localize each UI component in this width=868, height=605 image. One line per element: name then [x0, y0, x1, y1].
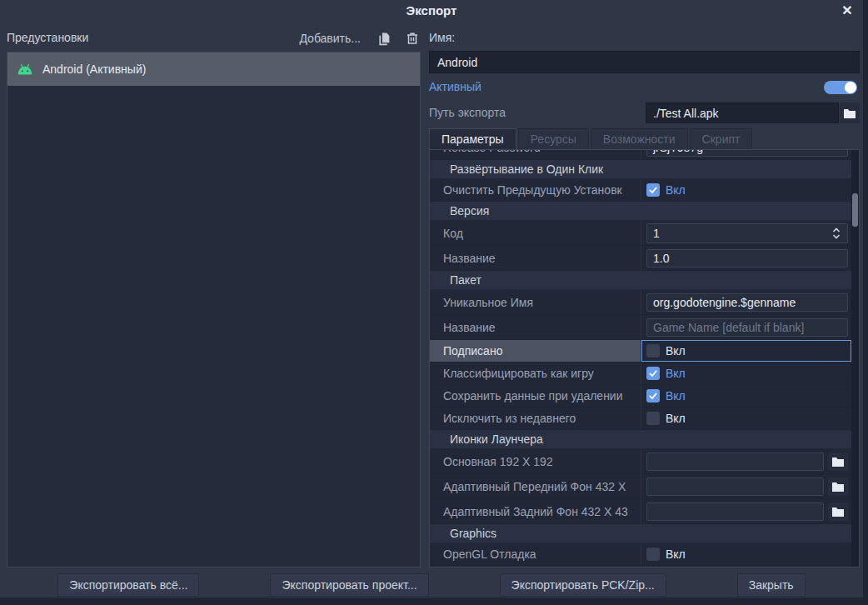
options-scrollbar[interactable] [851, 150, 859, 567]
copy-icon [377, 32, 392, 46]
text-input[interactable]: org.godotengine.$genname [646, 293, 848, 312]
property-value: 1 [641, 221, 851, 245]
export-dialog: Экспорт ✕ Предустановки Добавить... Andr… [0, 0, 863, 598]
text-input-placeholder: Game Name [default if blank] [653, 321, 804, 334]
close-button[interactable]: Закрыть [737, 573, 806, 597]
duplicate-preset-button[interactable] [376, 30, 392, 47]
preset-item[interactable]: Android (Активный) [7, 52, 420, 86]
property-label-text: Основная 192 X 192 [443, 455, 553, 468]
options-rows: Release PasswordjrSjT987gРазвёртывание в… [430, 150, 851, 566]
checkbox-unchecked[interactable] [646, 344, 660, 358]
export-all-button[interactable]: Экспортировать всё... [57, 573, 199, 597]
tab-параметры[interactable]: Параметры [429, 128, 516, 149]
property-value: Вкл [641, 179, 851, 201]
property-label-text: Сохранить данные при удалении [443, 389, 623, 402]
close-icon[interactable]: ✕ [839, 2, 856, 19]
file-path-input[interactable] [646, 478, 824, 496]
property-label[interactable]: Сохранить данные при удалении [430, 385, 641, 407]
property-row: Сохранить данные при удаленииВкл [430, 385, 851, 408]
property-label[interactable]: Адаптивный Передний Фон 432 X [430, 474, 641, 498]
property-value: Вкл [641, 362, 851, 384]
text-input-value: org.godotengine.$genname [653, 296, 796, 309]
checkbox-label: Вкл [666, 367, 686, 380]
category-row[interactable]: Пакет [430, 271, 851, 290]
export-pck-zip-button[interactable]: Экспортировать PCK/Zip... [500, 573, 666, 597]
property-label-text: Код [443, 227, 463, 240]
delete-preset-button[interactable] [404, 30, 421, 47]
tab-скрипт[interactable]: Скрипт [690, 128, 753, 149]
runnable-row: Активный [429, 78, 860, 97]
check-icon [648, 391, 658, 401]
property-label-text: OpenGL Отладка [443, 548, 536, 561]
text-input[interactable]: Game Name [default if blank] [646, 318, 848, 337]
spinbox-input[interactable]: 1 [646, 223, 848, 243]
property-label[interactable]: Классифицировать как игру [430, 362, 641, 384]
export-path-browse-button[interactable] [840, 102, 860, 123]
property-value: Вкл [641, 385, 851, 407]
runnable-toggle[interactable] [824, 81, 857, 94]
property-label-text: Классифицировать как игру [443, 367, 594, 380]
property-label[interactable]: Подписано [430, 340, 641, 362]
text-input[interactable]: 1.0 [646, 249, 848, 268]
tab-возможности[interactable]: Возможности [591, 128, 688, 149]
property-label[interactable]: OpenGL Отладка [430, 543, 641, 565]
text-input-value: jrSjT987g [653, 149, 703, 154]
checkbox-unchecked[interactable] [646, 548, 660, 561]
category-row[interactable]: Graphics [430, 524, 851, 543]
file-browse-button[interactable] [828, 478, 848, 496]
category-row[interactable]: Иконки Лаунчера [430, 430, 851, 449]
file-browse-button[interactable] [828, 502, 848, 521]
property-label-text: Уникальное Имя [443, 296, 533, 309]
export-project-button[interactable]: Экспортировать проект... [270, 573, 428, 597]
category-label: Иконки Лаунчера [450, 432, 543, 446]
export-path-label: Путь экспорта [429, 106, 506, 119]
property-label-text: Адаптивный Задний Фон 432 X 43 [443, 505, 628, 518]
scrollbar-thumb[interactable] [852, 193, 858, 227]
category-label: Версия [450, 204, 489, 218]
property-row: Основная 192 X 192 [430, 449, 851, 474]
property-label[interactable]: Очистить Предыдущую Установк [430, 179, 641, 201]
property-label[interactable]: Название [430, 246, 641, 270]
checkbox-unchecked[interactable] [646, 412, 660, 425]
checkbox-checked[interactable] [646, 389, 660, 402]
category-row[interactable]: Версия [430, 202, 851, 221]
property-label[interactable]: Основная 192 X 192 [430, 449, 641, 473]
file-path-input[interactable] [646, 452, 824, 471]
folder-icon [832, 507, 844, 517]
tab-ресурсы[interactable]: Ресурсы [518, 128, 589, 149]
preset-name-input[interactable] [429, 51, 860, 73]
property-label[interactable]: Код [430, 221, 641, 245]
property-label-text: Исключить из недавнего [443, 412, 576, 425]
property-value: Вкл [641, 340, 851, 362]
property-value [641, 449, 851, 473]
check-icon [648, 368, 658, 378]
text-input-value: 1.0 [653, 252, 669, 265]
checkbox-label: Вкл [666, 412, 686, 425]
property-label[interactable]: Уникальное Имя [430, 290, 641, 314]
property-row: ПодписаноВкл [430, 340, 851, 362]
property-label[interactable]: Название [430, 315, 641, 339]
spin-updown-icon[interactable] [831, 227, 841, 240]
presets-header: Предустановки Добавить... [7, 28, 421, 49]
checkbox-checked[interactable] [646, 367, 660, 380]
export-path-input[interactable] [646, 102, 839, 123]
category-row[interactable]: Развёртывание в Один Клик [430, 160, 851, 179]
property-value: Game Name [default if blank] [641, 315, 851, 339]
property-label[interactable]: Release Password [430, 149, 641, 159]
property-row: Классифицировать как игруВкл [430, 362, 851, 385]
property-label[interactable]: Исключить из недавнего [430, 408, 641, 429]
text-input[interactable]: jrSjT987g [646, 149, 848, 157]
checkbox-checked[interactable] [646, 183, 660, 197]
file-path-input[interactable] [646, 502, 824, 521]
category-label: Развёртывание в Один Клик [450, 162, 603, 176]
property-label[interactable]: Адаптивный Задний Фон 432 X 43 [430, 499, 641, 523]
updown-arrows-icon [831, 227, 841, 240]
property-value: org.godotengine.$genname [641, 290, 851, 314]
trash-icon [406, 32, 419, 45]
folder-icon [844, 108, 856, 118]
property-row: Адаптивный Задний Фон 432 X 43 [430, 499, 851, 524]
presets-list: Android (Активный) [7, 52, 421, 568]
file-browse-button[interactable] [828, 452, 848, 471]
add-preset-button[interactable]: Добавить... [296, 30, 364, 47]
property-row: Код1 [430, 221, 851, 246]
